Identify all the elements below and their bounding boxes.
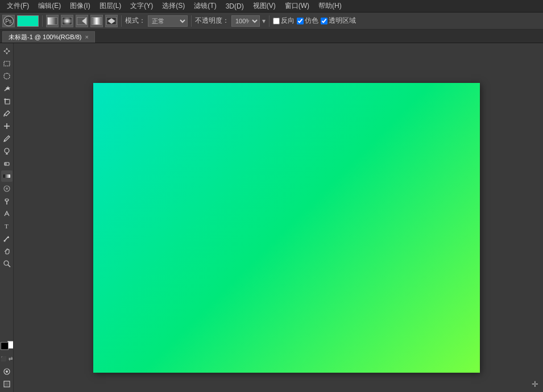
reverse-label[interactable]: 反向 — [281, 16, 295, 26]
menu-image[interactable]: 图像(I) — [65, 0, 94, 12]
app-icon-btn[interactable]: Ps — [2, 15, 15, 27]
svg-marker-4 — [82, 17, 86, 24]
svg-point-28 — [6, 187, 8, 190]
svg-marker-10 — [3, 48, 10, 55]
dither-checkbox[interactable] — [297, 18, 304, 24]
gradient-tool-btn[interactable] — [1, 170, 13, 182]
svg-rect-26 — [3, 174, 10, 178]
separator-4 — [269, 15, 270, 27]
transparency-label[interactable]: 透明区域 — [329, 16, 356, 26]
svg-point-36 — [4, 261, 9, 265]
svg-text:Ps: Ps — [5, 18, 12, 24]
swap-colors-icon[interactable]: ⇄ — [9, 356, 13, 361]
gradient-linear-btn[interactable] — [46, 15, 59, 27]
quick-mask-btn[interactable] — [1, 366, 13, 377]
mode-label: 模式： — [125, 16, 146, 26]
gradient-radial-btn[interactable] — [61, 15, 73, 27]
lasso-tool-btn[interactable] — [1, 70, 13, 82]
gradient-reflected-btn[interactable] — [90, 15, 103, 27]
screen-mode-btn[interactable] — [1, 378, 13, 390]
menu-layer[interactable]: 图层(L) — [95, 0, 126, 12]
menu-3d[interactable]: 3D(D) — [221, 1, 248, 11]
svg-point-39 — [6, 370, 8, 373]
separator-2 — [121, 15, 122, 27]
reverse-group: 反向 — [273, 16, 295, 26]
heal-tool-btn[interactable] — [1, 120, 13, 132]
menu-filter[interactable]: 滤镜(T) — [189, 0, 221, 12]
opacity-select[interactable]: 100% 75% 50% — [231, 15, 260, 27]
menu-file[interactable]: 文件(F) — [2, 0, 34, 12]
dither-group: 仿色 — [297, 16, 318, 26]
menu-window[interactable]: 窗口(W) — [280, 0, 314, 12]
transparency-group: 透明区域 — [321, 16, 356, 26]
svg-text:T: T — [5, 223, 9, 230]
brush-tool-btn[interactable] — [1, 133, 13, 144]
canvas-area[interactable]: ✛ — [14, 43, 543, 392]
svg-rect-11 — [4, 61, 10, 66]
svg-line-37 — [8, 265, 10, 267]
opacity-dropdown-icon[interactable]: ▾ — [262, 17, 266, 25]
opacity-label: 不透明度： — [195, 16, 229, 26]
color-swatches: ⇄ ⬛ — [1, 342, 13, 364]
document-tab[interactable]: 未标题-1 @ 100%(RGB/8) × — [2, 31, 95, 43]
mode-select[interactable]: 正常 溶解 正片叠底 — [148, 15, 188, 27]
svg-rect-3 — [63, 17, 72, 24]
svg-line-17 — [4, 114, 5, 116]
transparency-checkbox[interactable] — [321, 18, 328, 24]
dodge-tool-btn[interactable] — [1, 195, 13, 207]
crosshair-icon: ✛ — [532, 380, 538, 389]
tab-label: 未标题-1 @ 100%(RGB/8) — [9, 33, 82, 41]
menu-edit[interactable]: 编辑(E) — [34, 0, 65, 12]
rect-select-tool-btn[interactable] — [1, 58, 13, 69]
svg-rect-7 — [92, 17, 102, 24]
zoom-tool-btn[interactable] — [1, 258, 13, 269]
menu-text[interactable]: 文字(Y) — [126, 0, 157, 12]
svg-point-21 — [5, 148, 9, 153]
reverse-checkbox[interactable] — [273, 18, 280, 24]
canvas-document[interactable] — [93, 83, 480, 373]
foreground-color-swatch[interactable] — [1, 342, 9, 350]
svg-rect-16 — [5, 99, 10, 104]
path-select-tool-btn[interactable] — [1, 233, 13, 244]
svg-rect-25 — [5, 162, 7, 165]
menu-select[interactable]: 选择(S) — [157, 0, 189, 12]
tab-bar: 未标题-1 @ 100%(RGB/8) × — [0, 30, 543, 43]
magic-wand-tool-btn[interactable] — [1, 83, 13, 94]
eraser-tool-btn[interactable] — [1, 158, 13, 169]
text-tool-btn[interactable]: T — [1, 220, 13, 232]
svg-point-20 — [4, 140, 5, 141]
default-colors-icon[interactable]: ⬛ — [1, 356, 6, 361]
hand-tool-btn[interactable] — [1, 245, 13, 257]
svg-point-34 — [3, 240, 5, 242]
main-layout: T — [0, 43, 543, 392]
separator-3 — [191, 15, 192, 27]
crop-tool-btn[interactable] — [1, 95, 13, 107]
move-tool-btn[interactable] — [1, 45, 13, 57]
options-bar: Ps — [0, 12, 543, 30]
dither-label[interactable]: 仿色 — [305, 16, 318, 26]
gradient-color-swatch[interactable] — [17, 15, 39, 27]
pen-tool-btn[interactable] — [1, 208, 13, 219]
eyedropper-tool-btn[interactable] — [1, 108, 13, 119]
clone-stamp-tool-btn[interactable] — [1, 145, 13, 157]
tab-close-btn[interactable]: × — [85, 34, 89, 40]
separator-1 — [42, 15, 43, 27]
menu-view[interactable]: 视图(V) — [248, 0, 280, 12]
svg-rect-41 — [5, 382, 9, 386]
left-toolbar: T — [0, 43, 14, 392]
svg-marker-5 — [77, 17, 82, 24]
blur-tool-btn[interactable] — [1, 183, 13, 194]
menubar: 文件(F) 编辑(E) 图像(I) 图层(L) 文字(Y) 选择(S) 滤镜(T… — [0, 0, 543, 12]
gradient-diamond-btn[interactable] — [105, 15, 118, 27]
gradient-angle-btn[interactable] — [76, 15, 88, 27]
svg-rect-2 — [48, 17, 57, 24]
svg-point-29 — [5, 199, 9, 201]
menu-help[interactable]: 帮助(H) — [314, 0, 346, 12]
